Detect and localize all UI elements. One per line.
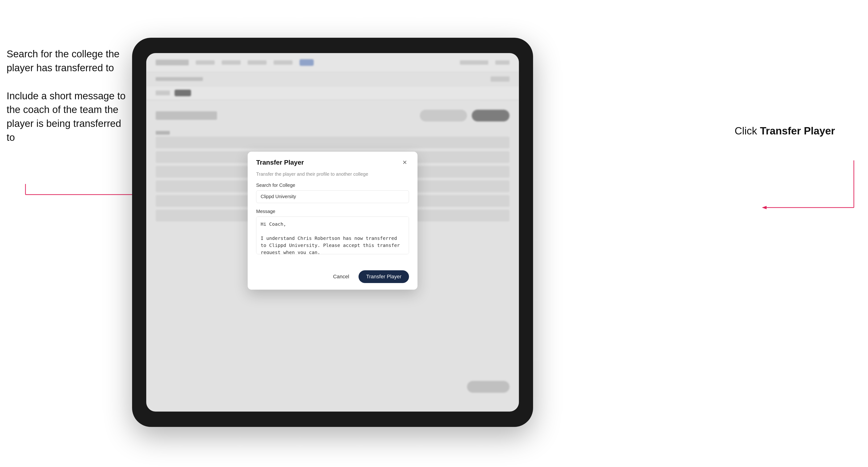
left-arrow — [7, 184, 151, 198]
annotation-text-2: Include a short message to the coach of … — [7, 89, 129, 145]
modal-body: Transfer the player and their profile to… — [248, 172, 417, 266]
close-icon: ✕ — [402, 159, 407, 166]
college-label: Search for College — [256, 183, 409, 188]
message-textarea[interactable]: Hi Coach, I understand Chris Robertson h… — [256, 217, 409, 254]
modal-close-button[interactable]: ✕ — [401, 158, 409, 167]
modal-header: Transfer Player ✕ — [248, 152, 417, 172]
annotation-right-prefix: Click — [735, 125, 760, 136]
annotation-right: Click Transfer Player — [735, 125, 835, 137]
message-label: Message — [256, 209, 409, 214]
cancel-button[interactable]: Cancel — [328, 271, 354, 283]
modal-dialog: Transfer Player ✕ Transfer the player an… — [248, 152, 417, 290]
annotation-left: Search for the college the player has tr… — [7, 47, 129, 159]
transfer-player-button[interactable]: Transfer Player — [359, 270, 409, 283]
ipad-device: Transfer Player ✕ Transfer the player an… — [132, 38, 533, 427]
ipad-screen: Transfer Player ✕ Transfer the player an… — [146, 53, 519, 412]
annotation-text-1: Search for the college the player has tr… — [7, 47, 129, 75]
modal-footer: Cancel Transfer Player — [248, 266, 417, 290]
right-arrow — [760, 160, 868, 222]
college-input[interactable] — [256, 190, 409, 203]
message-form-group: Message Hi Coach, I understand Chris Rob… — [256, 209, 409, 255]
modal-overlay: Transfer Player ✕ Transfer the player an… — [146, 53, 519, 412]
modal-title: Transfer Player — [256, 159, 304, 166]
college-form-group: Search for College — [256, 183, 409, 203]
svg-marker-5 — [762, 206, 767, 209]
annotation-right-bold: Transfer Player — [760, 125, 835, 136]
modal-subtitle: Transfer the player and their profile to… — [256, 172, 409, 177]
